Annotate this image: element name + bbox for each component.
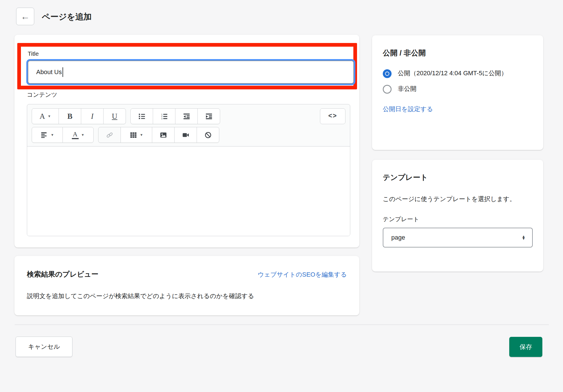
radio-unselected-icon[interactable] <box>383 85 392 94</box>
align-color-group: ▼ A ▼ <box>32 127 94 143</box>
text-style-group: A ▼ B I U <box>32 108 126 124</box>
select-arrows-icon: ▲ ▼ <box>522 235 525 240</box>
image-icon <box>160 131 167 139</box>
code-icon: <> <box>328 113 337 120</box>
template-select[interactable]: page ▲ ▼ <box>383 228 533 247</box>
numbered-list-icon: 1 2 3 <box>160 113 168 120</box>
cancel-button[interactable]: キャンセル <box>16 337 72 357</box>
outdent-button[interactable] <box>175 108 198 124</box>
chevron-down-icon: ▼ <box>140 133 143 137</box>
bullet-list-icon <box>138 113 146 120</box>
search-preview-card: 検索結果のプレビュー ウェブサイトのSEOを編集する 説明文を追加してこのページ… <box>14 256 359 315</box>
search-preview-heading: 検索結果のプレビュー <box>27 270 98 279</box>
template-description: このページに使うテンプレートを選択します。 <box>383 194 532 204</box>
indent-icon <box>205 113 213 120</box>
text-color-button[interactable]: A ▼ <box>63 127 94 143</box>
set-publish-date-link[interactable]: 公開日を設定する <box>383 105 433 113</box>
page-title: ページを追加 <box>42 11 92 23</box>
insert-table-button[interactable]: ▼ <box>121 127 152 143</box>
title-input[interactable]: About Us <box>28 61 354 84</box>
numbered-list-button[interactable]: 1 2 3 <box>153 108 175 124</box>
visibility-card: 公開 / 非公開 公開（2020/12/12 4:04 GMT-5に公開） 非公… <box>372 35 543 150</box>
save-button[interactable]: 保存 <box>509 337 542 357</box>
video-icon <box>182 131 190 139</box>
edit-seo-link[interactable]: ウェブサイトのSEOを編集する <box>257 270 347 279</box>
link-icon <box>106 131 113 139</box>
list-indent-group: 1 2 3 <box>130 108 220 124</box>
back-arrow-icon: ← <box>21 11 30 22</box>
text-color-icon: A <box>72 131 79 139</box>
add-page-screen: ← ページを追加 Title About Us コンテンツ A ▼ <box>0 0 563 392</box>
visible-radio-option[interactable]: 公開（2020/12/12 4:04 GMT-5に公開） <box>383 69 532 78</box>
page-form-card: Title About Us コンテンツ A ▼ B <box>14 35 359 247</box>
toolbar-row-1: A ▼ B I U <box>32 108 345 124</box>
italic-button[interactable]: I <box>81 108 104 124</box>
svg-text:3: 3 <box>161 117 162 120</box>
bold-button[interactable]: B <box>59 108 81 124</box>
chevron-down-icon: ▼ <box>81 133 85 137</box>
editor-toolbar: A ▼ B I U <box>27 104 350 146</box>
content-field-label: コンテンツ <box>27 91 57 99</box>
title-field-label: Title <box>28 50 347 57</box>
underline-icon: U <box>112 113 117 120</box>
editor-content-area[interactable] <box>27 146 350 236</box>
hidden-radio-label: 非公開 <box>398 84 416 93</box>
insert-group: ▼ <box>98 127 219 143</box>
bold-icon: B <box>67 113 72 120</box>
alignment-icon <box>40 131 48 139</box>
template-card: テンプレート このページに使うテンプレートを選択します。 テンプレート page… <box>372 160 543 272</box>
template-selected-value: page <box>391 234 522 241</box>
chevron-down-icon: ▼ <box>48 114 51 118</box>
underline-button[interactable]: U <box>103 108 126 124</box>
toolbar-row-2: ▼ A ▼ <box>32 127 345 143</box>
code-view-button[interactable]: <> <box>320 108 345 124</box>
search-preview-description: 説明文を追加してこのページが検索結果でどのように表示されるのかを確認する <box>27 292 347 300</box>
text-cursor <box>63 67 63 77</box>
back-button[interactable]: ← <box>16 8 34 25</box>
clear-formatting-icon <box>204 131 212 139</box>
font-style-icon: A <box>40 113 45 120</box>
alignment-button[interactable]: ▼ <box>32 127 63 143</box>
template-select-label: テンプレート <box>383 215 532 223</box>
italic-icon: I <box>91 113 94 120</box>
visibility-heading: 公開 / 非公開 <box>383 48 532 58</box>
annotation-highlight-box: Title About Us <box>17 43 357 89</box>
table-icon <box>130 131 137 139</box>
title-input-value: About Us <box>36 68 62 76</box>
outdent-icon <box>183 113 190 120</box>
radio-selected-icon[interactable] <box>383 69 392 78</box>
indent-button[interactable] <box>197 108 220 124</box>
footer-divider <box>15 324 549 325</box>
font-style-button[interactable]: A ▼ <box>32 108 59 124</box>
hidden-radio-option[interactable]: 非公開 <box>383 84 532 94</box>
chevron-down-icon: ▼ <box>51 133 54 137</box>
template-heading: テンプレート <box>383 173 532 182</box>
bullet-list-button[interactable] <box>130 108 153 124</box>
visible-radio-label: 公開（2020/12/12 4:04 GMT-5に公開） <box>398 69 507 78</box>
insert-link-button[interactable] <box>98 127 121 143</box>
rich-text-editor: A ▼ B I U <box>27 104 350 236</box>
insert-image-button[interactable] <box>152 127 175 143</box>
clear-formatting-button[interactable] <box>197 127 219 143</box>
insert-video-button[interactable] <box>174 127 197 143</box>
